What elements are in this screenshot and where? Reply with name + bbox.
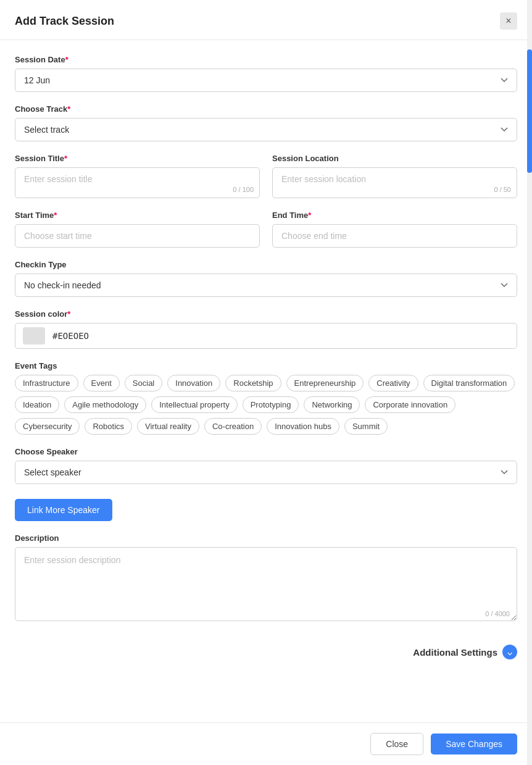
session-title-char-count: 0 / 100: [233, 186, 254, 193]
choose-speaker-select[interactable]: Select speaker: [15, 461, 517, 484]
event-tags-group: Event Tags InfrastructureEventSocialInno…: [15, 361, 517, 435]
session-location-input[interactable]: [272, 167, 517, 198]
start-time-label: Start Time*: [15, 211, 260, 220]
link-speaker-group: Link More Speaker: [15, 496, 517, 521]
color-row[interactable]: #EOEOEO: [15, 323, 517, 349]
event-tags-label: Event Tags: [15, 361, 517, 370]
event-tag[interactable]: Rocketship: [225, 375, 281, 391]
link-more-speaker-button[interactable]: Link More Speaker: [15, 499, 112, 521]
session-location-char-count: 0 / 50: [494, 186, 511, 193]
event-tag[interactable]: Infrastructure: [15, 375, 78, 391]
color-hex-value: #EOEOEO: [52, 331, 89, 341]
end-time-label: End Time*: [272, 211, 517, 220]
close-button[interactable]: Close: [370, 733, 423, 755]
session-location-group: Session Location 0 / 50: [272, 154, 517, 198]
time-row: Start Time* End Time*: [15, 211, 517, 260]
description-label: Description: [15, 533, 517, 543]
tags-container: InfrastructureEventSocialInnovationRocke…: [15, 375, 517, 435]
event-tag[interactable]: Social: [125, 375, 162, 391]
additional-settings-icon: ⌵: [502, 645, 517, 659]
event-tag[interactable]: Networking: [304, 396, 360, 413]
modal-footer: Close Save Changes: [0, 722, 532, 765]
color-swatch[interactable]: [23, 327, 45, 345]
session-location-label: Session Location: [272, 154, 517, 163]
description-textarea[interactable]: [15, 547, 517, 621]
session-title-wrapper: 0 / 100: [15, 167, 260, 198]
choose-speaker-label: Choose Speaker: [15, 447, 517, 456]
additional-settings-label: Additional Settings: [413, 647, 497, 658]
session-color-group: Session color* #EOEOEO: [15, 309, 517, 349]
title-location-row: Session Title* 0 / 100 Session Location …: [15, 154, 517, 211]
session-title-input[interactable]: [15, 167, 260, 198]
event-tag[interactable]: Prototyping: [243, 396, 299, 413]
session-date-select[interactable]: 12 Jun 13 Jun 14 Jun: [15, 69, 517, 92]
event-tag[interactable]: Innovation hubs: [267, 418, 339, 435]
scrollbar-track[interactable]: [527, 0, 532, 765]
add-track-session-modal: Add Track Session × Session Date* 12 Jun…: [0, 0, 532, 765]
event-tag[interactable]: Summit: [344, 418, 388, 435]
end-time-group: End Time*: [272, 211, 517, 248]
description-group: Description 0 / 4000: [15, 533, 517, 624]
description-char-count: 0 / 4000: [485, 610, 510, 617]
session-color-label: Session color*: [15, 309, 517, 319]
event-tag[interactable]: Co-creation: [204, 418, 262, 435]
event-tag[interactable]: Entrepreneurship: [286, 375, 364, 391]
save-changes-button[interactable]: Save Changes: [431, 734, 517, 755]
additional-settings-row[interactable]: Additional Settings ⌵: [15, 636, 517, 668]
event-tag[interactable]: Event: [83, 375, 120, 391]
event-tag[interactable]: Cybersecurity: [15, 418, 80, 435]
event-tag[interactable]: Creativity: [368, 375, 418, 391]
checkin-type-group: Checkin Type No check-in needed QR Code …: [15, 260, 517, 297]
event-tag[interactable]: Virtual reality: [137, 418, 199, 435]
start-time-input[interactable]: [15, 224, 260, 248]
description-wrapper: 0 / 4000: [15, 547, 517, 624]
event-tag[interactable]: Intellectual property: [151, 396, 237, 413]
event-tag[interactable]: Robotics: [85, 418, 132, 435]
scrollbar-thumb[interactable]: [527, 49, 532, 173]
event-tag[interactable]: Digital transformation: [423, 375, 515, 391]
choose-track-label: Choose Track*: [15, 104, 517, 114]
session-title-label: Session Title*: [15, 154, 260, 163]
modal-title: Add Track Session: [15, 15, 114, 28]
choose-track-group: Choose Track* Select track Track 1 Track…: [15, 104, 517, 141]
modal-header: Add Track Session ×: [0, 0, 532, 40]
modal-close-button[interactable]: ×: [500, 12, 517, 30]
session-title-group: Session Title* 0 / 100: [15, 154, 260, 198]
event-tag[interactable]: Innovation: [167, 375, 220, 391]
choose-track-select[interactable]: Select track Track 1 Track 2: [15, 118, 517, 141]
choose-speaker-group: Choose Speaker Select speaker: [15, 447, 517, 484]
start-time-group: Start Time*: [15, 211, 260, 248]
session-date-label: Session Date*: [15, 55, 517, 64]
end-time-input[interactable]: [272, 224, 517, 248]
session-location-wrapper: 0 / 50: [272, 167, 517, 198]
modal-body: Session Date* 12 Jun 13 Jun 14 Jun Choos…: [0, 40, 532, 722]
event-tag[interactable]: Corporate innovation: [365, 396, 455, 413]
event-tag[interactable]: Ideation: [15, 396, 59, 413]
session-date-group: Session Date* 12 Jun 13 Jun 14 Jun: [15, 55, 517, 92]
checkin-type-select[interactable]: No check-in needed QR Code Manual: [15, 274, 517, 297]
checkin-type-label: Checkin Type: [15, 260, 517, 269]
event-tag[interactable]: Agile methodology: [64, 396, 146, 413]
